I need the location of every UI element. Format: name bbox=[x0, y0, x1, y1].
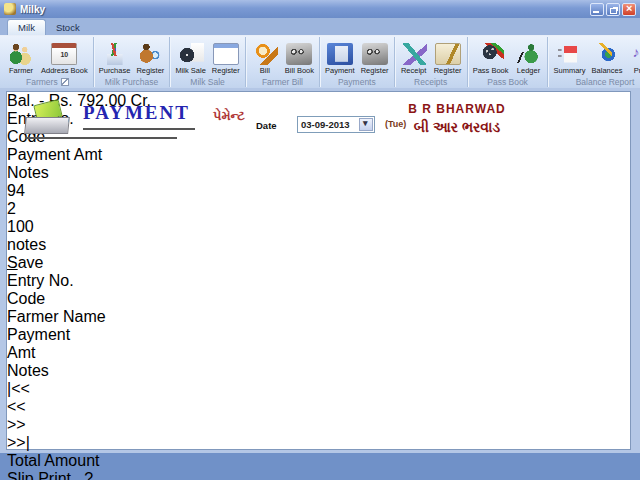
workspace: PAYMENT પેમેન્ટ Date 03-09-2013 (Tue) B … bbox=[0, 88, 640, 453]
date-combobox[interactable]: 03-09-2013 bbox=[297, 116, 375, 133]
toolbar-button-receipt[interactable]: Receipt bbox=[397, 38, 431, 76]
entry-fields: 94 2 100 bbox=[7, 182, 630, 236]
tab-stock[interactable]: Stock bbox=[46, 20, 90, 35]
calendar-icon: 10 bbox=[51, 43, 77, 65]
person-phone-icon bbox=[515, 43, 541, 65]
form-title: PAYMENT bbox=[83, 102, 190, 124]
toolbar-button-address-book[interactable]: 10Address Book bbox=[38, 38, 91, 76]
toolbar-button-register[interactable]: Register bbox=[358, 38, 392, 76]
dialog-title-bar[interactable]: Slip Print...? bbox=[7, 470, 630, 480]
form-close-button[interactable] bbox=[597, 105, 625, 133]
toolbar-group-buttons: SummaryBalancesProfit bbox=[550, 38, 640, 76]
farmer-name-gujarati: બી આર ભરવાડ bbox=[367, 119, 547, 136]
pencil-cup-icon bbox=[102, 43, 128, 65]
nav-last-button[interactable]: >>| bbox=[7, 434, 630, 452]
toolbar-group-caption: Pass Book bbox=[470, 76, 546, 87]
toolbar-button-label: Register bbox=[361, 66, 389, 75]
toolbar-button-label: Bill bbox=[260, 66, 270, 75]
total-amount-label: Total Amount bbox=[7, 452, 630, 470]
column-header-code[interactable]: Code bbox=[7, 290, 77, 308]
toolbar: Farmer10Address BookFarmersPurchaseRegis… bbox=[0, 36, 640, 88]
toolbar-group-payments: PaymentRegisterPayments bbox=[320, 37, 395, 87]
toolbar-button-label: Bill Book bbox=[285, 66, 314, 75]
toolbar-group-buttons: BillBill Book bbox=[248, 38, 317, 76]
nav-next-button[interactable]: >> bbox=[7, 416, 630, 434]
toolbar-button-label: Summary bbox=[553, 66, 585, 75]
toolbar-group-caption: Payments bbox=[322, 76, 392, 87]
window-icon bbox=[213, 43, 239, 65]
toolbar-group-caption: Milk Purchase bbox=[96, 76, 168, 87]
code-field[interactable]: 2 bbox=[7, 200, 630, 218]
magnifier-icon bbox=[252, 43, 278, 65]
toolbar-button-register[interactable]: Register bbox=[431, 38, 465, 76]
toolbar-button-bill-book[interactable]: Bill Book bbox=[282, 38, 317, 76]
charger-icon bbox=[557, 43, 583, 65]
toolbar-button-farmer[interactable]: Farmer bbox=[4, 38, 38, 76]
toolbar-group-caption: Balance Report bbox=[550, 76, 640, 87]
globe-phone-icon bbox=[594, 43, 620, 65]
column-header-notes[interactable]: Notes bbox=[7, 362, 281, 380]
restore-icon[interactable] bbox=[606, 3, 620, 16]
camera-icon bbox=[286, 43, 312, 65]
toolbar-group-buttons: Milk SaleRegister bbox=[172, 38, 242, 76]
toolbar-button-label: Milk Sale bbox=[175, 66, 205, 75]
payment-form: PAYMENT પેમેન્ટ Date 03-09-2013 (Tue) B … bbox=[6, 91, 631, 450]
toolbar-button-label: Ledger bbox=[517, 66, 540, 75]
toolbar-button-label: Payment bbox=[325, 66, 355, 75]
farmer-name: B R BHARWAD bbox=[367, 102, 547, 116]
toolbar-button-payment[interactable]: Payment bbox=[322, 38, 358, 76]
toolbar-button-purchase[interactable]: Purchase bbox=[96, 38, 134, 76]
title-bar[interactable]: Milky bbox=[0, 0, 640, 18]
group-launcher-icon[interactable] bbox=[61, 78, 69, 86]
column-header-payment-amt[interactable]: Payment Amt bbox=[7, 326, 58, 362]
toolbar-button-label: Pass Book bbox=[473, 66, 509, 75]
tab-milk[interactable]: Milk bbox=[7, 19, 46, 35]
toolbar-group-buttons: ReceiptRegister bbox=[397, 38, 465, 76]
close-icon[interactable] bbox=[622, 3, 636, 16]
payments-table: Entry No.CodeFarmer NamePayment AmtNotes bbox=[7, 272, 630, 380]
notes-field[interactable]: notes bbox=[7, 236, 630, 254]
toolbar-button-ledger[interactable]: Ledger bbox=[511, 38, 545, 76]
toolbar-group-caption: Receipts bbox=[397, 76, 465, 87]
toolbar-button-register[interactable]: Register bbox=[209, 38, 243, 76]
note-pencil-icon bbox=[435, 43, 461, 65]
farmer-people-icon bbox=[8, 43, 34, 65]
title-underline bbox=[83, 128, 195, 130]
person-magnifier-icon bbox=[137, 43, 163, 65]
toolbar-button-register[interactable]: Register bbox=[133, 38, 167, 76]
form-title-gujarati: પેમેન્ટ bbox=[213, 108, 245, 124]
column-header-farmer-name[interactable]: Farmer Name bbox=[7, 308, 146, 326]
payment-amt-field[interactable]: 100 bbox=[7, 218, 630, 236]
toolbar-button-balances[interactable]: Balances bbox=[589, 38, 626, 76]
toolbar-button-label: Purchase bbox=[99, 66, 131, 75]
toolbar-group-buttons: Farmer10Address Book bbox=[4, 38, 91, 76]
toolbar-button-profit[interactable]: Profit bbox=[625, 38, 640, 76]
slip-print-dialog: Slip Print...? Do you wish to print Slip… bbox=[7, 470, 630, 480]
toolbar-group-caption: Farmer Bill bbox=[248, 76, 317, 87]
menu-tab-bar: Milk Stock bbox=[0, 18, 640, 36]
toolbar-button-pass-book[interactable]: Pass Book bbox=[470, 38, 512, 76]
column-header-entry-no[interactable]: Entry No. bbox=[7, 272, 77, 290]
toolbar-group-milk-purchase: PurchaseRegisterMilk Purchase bbox=[94, 37, 171, 87]
nav-first-button[interactable]: |<< bbox=[7, 380, 630, 398]
toolbar-button-label: Receipt bbox=[401, 66, 426, 75]
toolbar-group-farmers: Farmer10Address BookFarmers bbox=[2, 37, 94, 87]
toolbar-button-bill[interactable]: Bill bbox=[248, 38, 282, 76]
toolbar-group-buttons: PaymentRegister bbox=[322, 38, 392, 76]
toolbar-button-summary[interactable]: Summary bbox=[550, 38, 588, 76]
film-page-icon bbox=[178, 43, 204, 65]
toolbar-group-caption: Farmers bbox=[4, 76, 91, 87]
receipt-arrow-icon bbox=[401, 43, 427, 65]
toolbar-button-label: Address Book bbox=[41, 66, 88, 75]
toolbar-button-label: Profit bbox=[634, 66, 640, 75]
toolbar-button-label: Farmer bbox=[9, 66, 33, 75]
toolbar-button-label: Register bbox=[434, 66, 462, 75]
toolbar-group-buttons: PurchaseRegister bbox=[96, 38, 168, 76]
entry-no-field[interactable]: 94 bbox=[7, 182, 630, 200]
app-icon bbox=[4, 3, 16, 15]
calendar-day-badge: 10 bbox=[52, 51, 76, 58]
nav-prev-button[interactable]: << bbox=[7, 398, 630, 416]
toolbar-button-milk-sale[interactable]: Milk Sale bbox=[172, 38, 208, 76]
minimize-icon[interactable] bbox=[590, 3, 604, 16]
save-button[interactable]: Save bbox=[7, 254, 630, 272]
